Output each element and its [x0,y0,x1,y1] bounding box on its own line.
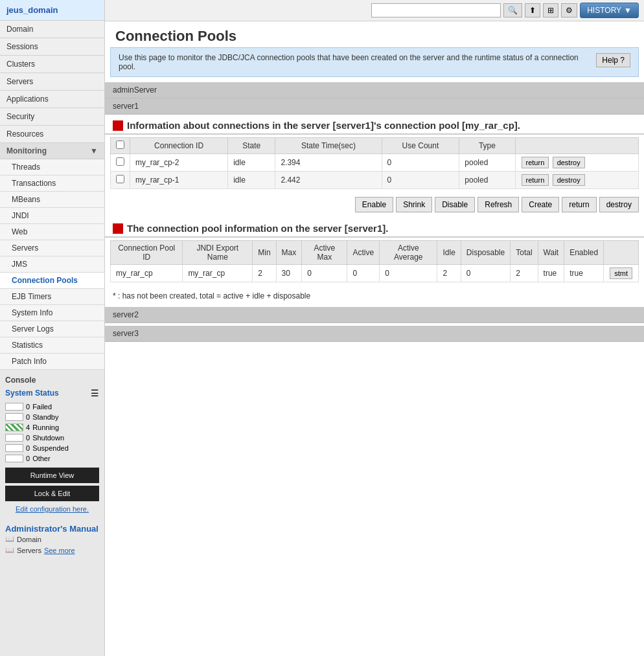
sidebar-item-jms[interactable]: JMS [0,256,104,273]
edit-config-link[interactable]: Edit configuration here. [5,504,99,517]
pool-table-row: my_rar_cp my_rar_cp 2 30 0 0 0 2 0 2 tru… [111,265,639,282]
pool-col-header: Wait [538,241,564,265]
sidebar-item-mbeans[interactable]: MBeans [0,192,104,208]
pool-stmt-action: stmt [604,265,639,282]
sidebar-item-applications[interactable]: Applications [0,91,104,108]
admin-manual-title: Administrator's Manual [5,524,99,534]
sidebar-item-web[interactable]: Web [0,224,104,240]
row-checkbox[interactable] [116,157,124,166]
book-icon-servers: 📖 [5,546,14,554]
col-state-time: State Time(sec) [275,138,382,154]
console-title: Console [5,373,99,386]
sidebar-item-threads[interactable]: Threads [0,159,104,175]
history-button[interactable]: HISTORY ▼ [580,3,639,18]
server3-row[interactable]: server3 [105,326,644,342]
console-section: Console System Status ☰ 0 Failed 0 Stand… [0,370,104,520]
row-state-time: 2.442 [275,172,382,189]
top-bar: 🔍 ⬆ ⊞ ⚙ HISTORY ▼ [105,0,644,21]
standby-count: 0 [26,413,30,421]
sidebar-item-resources[interactable]: Resources [0,126,104,143]
chevron-down-icon: ▼ [624,6,632,15]
sidebar-item-sessions[interactable]: Sessions [0,38,104,56]
sidebar-item-clusters[interactable]: Clusters [0,56,104,73]
admin-server-row[interactable]: adminServer [105,82,644,98]
running-label: Running [32,424,59,431]
status-row-failed: 0 Failed [5,402,99,412]
return-row-button[interactable]: return [522,174,549,186]
search-input[interactable] [371,3,501,17]
sidebar-item-server-logs[interactable]: Server Logs [0,321,104,337]
create-button[interactable]: Create [522,197,559,212]
row-checkbox[interactable] [116,175,124,183]
see-more-link[interactable]: See more [44,547,75,554]
sidebar-item-security[interactable]: Security [0,108,104,126]
destroy-row-button[interactable]: destroy [553,174,585,186]
col-actions [515,138,638,154]
grid-button[interactable]: ⊞ [543,3,558,17]
server2-row[interactable]: server2 [105,307,644,323]
server1-row[interactable]: server1 [105,98,644,115]
sidebar-item-transactions[interactable]: Transactions [0,175,104,192]
sidebar-item-domain[interactable]: Domain [0,21,104,38]
chevron-down-icon: ▼ [90,146,98,155]
suspended-count: 0 [26,444,30,452]
select-all-checkbox[interactable] [116,141,124,149]
shrink-button[interactable]: Shrink [396,197,432,212]
runtime-view-button[interactable]: Runtime View [5,468,99,483]
row-state: idle [228,154,275,172]
standby-box [5,413,23,421]
row-use-count: 0 [382,154,459,172]
upload-button[interactable]: ⬆ [525,3,540,17]
system-status-header: System Status ☰ [5,386,99,400]
monitoring-label: Monitoring [6,146,47,155]
admin-manual-servers-link[interactable]: 📖 Servers See more [5,545,99,556]
pool-table: Connection Pool IDJNDI Export NameMinMax… [110,240,639,282]
col-use-count: Use Count [382,138,459,154]
pool-active-max: 0 [302,265,347,282]
help-button[interactable]: Help ? [596,53,630,67]
failed-count: 0 [26,403,30,411]
search-button[interactable]: 🔍 [503,3,522,17]
refresh-button[interactable]: Refresh [477,197,519,212]
pool-section-header: The connection pool information on the s… [105,218,644,238]
row-actions: return destroy [515,172,638,189]
pool-action-header [604,241,639,265]
pool-col-header: Active [347,241,380,265]
row-type: pooled [459,172,515,189]
settings-button[interactable]: ⚙ [561,3,577,17]
return-button[interactable]: return [562,197,596,212]
sidebar-item-servers-mon[interactable]: Servers [0,240,104,256]
pool-col-header: Max [276,241,302,265]
sidebar-item-ejb-timers[interactable]: EJB Timers [0,289,104,305]
sidebar-monitoring-header[interactable]: Monitoring ▼ [0,143,104,159]
sidebar-item-system-info[interactable]: System Info [0,305,104,321]
pool-active: 0 [347,265,380,282]
disable-button[interactable]: Disable [435,197,475,212]
row-state: idle [228,172,275,189]
status-row-shutdown: 0 Shutdown [5,433,99,443]
destroy-button[interactable]: destroy [599,197,639,212]
return-row-button[interactable]: return [522,157,549,168]
admin-manual-domain-link[interactable]: 📖 Domain [5,534,99,545]
connection-section-header: Information about connections in the ser… [105,115,644,135]
other-count: 0 [26,455,30,462]
sidebar-item-connection-pools[interactable]: Connection Pools [0,273,104,289]
sidebar-item-jndi[interactable]: JNDI [0,208,104,224]
pool-id: my_rar_cp [111,265,183,282]
enable-button[interactable]: Enable [355,197,393,212]
pool-col-header: Active Average [380,241,437,265]
row-use-count: 0 [382,172,459,189]
sidebar-item-statistics[interactable]: Statistics [0,337,104,354]
sidebar-domain[interactable]: jeus_domain [0,0,104,21]
stmt-button[interactable]: stmt [610,267,632,279]
admin-manual-servers-label: Servers [17,547,41,554]
running-count: 4 [26,424,30,431]
standby-label: Standby [32,413,58,421]
pool-col-header: Min [253,241,276,265]
destroy-row-button[interactable]: destroy [553,157,585,168]
sidebar-item-patch-info[interactable]: Patch Info [0,354,104,370]
suspended-box [5,444,23,452]
pool-col-header: Total [511,241,538,265]
sidebar-item-servers[interactable]: Servers [0,73,104,91]
lock-edit-button[interactable]: Lock & Edit [5,486,99,501]
